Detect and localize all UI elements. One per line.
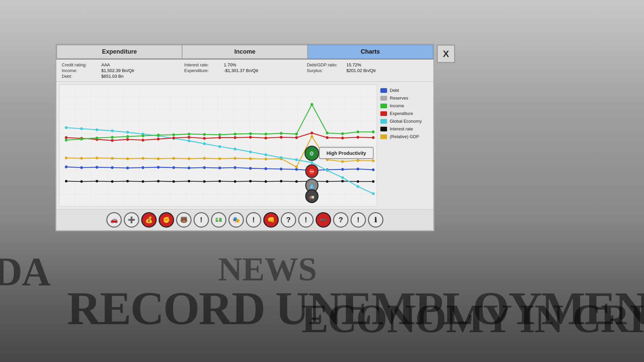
tab-income[interactable]: Income — [182, 45, 308, 59]
svg-point-77 — [249, 150, 252, 154]
svg-point-46 — [96, 157, 98, 160]
svg-point-8 — [157, 166, 160, 169]
svg-point-44 — [65, 157, 67, 160]
svg-point-28 — [142, 180, 144, 183]
svg-point-35 — [249, 180, 252, 182]
event-icon-4[interactable]: 🐻 — [176, 212, 192, 228]
event-icon-10[interactable]: ? — [281, 212, 296, 228]
svg-point-42 — [357, 180, 359, 183]
svg-point-126 — [357, 130, 359, 133]
svg-point-107 — [65, 139, 67, 142]
svg-point-57 — [264, 158, 267, 161]
legend-color-debt — [380, 88, 387, 93]
svg-point-22 — [372, 168, 375, 171]
event-icon-6[interactable]: 💵 — [211, 212, 226, 228]
svg-point-32 — [203, 180, 206, 183]
news-headline-4: NEWS — [218, 250, 317, 288]
svg-point-109 — [96, 136, 98, 139]
svg-text:⛔: ⛔ — [309, 169, 315, 175]
svg-point-91 — [142, 139, 144, 142]
legend-color-interest-rate — [380, 127, 387, 131]
svg-point-14 — [249, 167, 252, 170]
stats-middle: Interest rate: 1.70% Expenditure: -$1,30… — [184, 62, 305, 79]
svg-point-112 — [142, 134, 144, 137]
svg-point-125 — [341, 132, 344, 135]
svg-point-124 — [326, 131, 328, 134]
svg-point-64 — [372, 160, 375, 163]
stats-right: Debt/GDP ratio: 15.72% Surplus: $201.02 … — [307, 62, 428, 79]
svg-point-89 — [111, 139, 114, 142]
legend-reserves: Reserves — [380, 96, 427, 101]
svg-point-3 — [80, 166, 83, 169]
event-icon-11[interactable]: ! — [298, 212, 314, 228]
svg-point-122 — [295, 133, 298, 136]
event-icon-15[interactable]: ℹ — [368, 212, 383, 228]
tab-bar: Expenditure Income Charts — [56, 45, 433, 60]
svg-point-90 — [126, 138, 129, 141]
svg-point-43 — [372, 180, 374, 183]
svg-point-75 — [218, 145, 221, 148]
event-icon-5[interactable]: ! — [194, 212, 209, 228]
svg-point-20 — [341, 168, 344, 171]
svg-text:High Productivity: High Productivity — [327, 150, 367, 156]
svg-point-115 — [187, 133, 190, 136]
event-icon-13[interactable]: ? — [333, 212, 348, 228]
svg-point-66 — [80, 127, 83, 130]
svg-point-80 — [295, 158, 298, 161]
event-icon-1[interactable]: ➕ — [124, 212, 139, 228]
event-icon-7[interactable]: 🎭 — [228, 212, 244, 228]
svg-point-54 — [218, 157, 221, 160]
svg-text:🚛: 🚛 — [309, 194, 315, 199]
legend-expenditure: Expenditure — [380, 111, 427, 116]
tab-expenditure[interactable]: Expenditure — [56, 45, 182, 59]
svg-point-52 — [187, 157, 190, 160]
main-modal: Expenditure Income Charts X Credit ratin… — [55, 44, 434, 231]
svg-point-53 — [203, 157, 206, 160]
svg-point-29 — [157, 180, 159, 182]
svg-point-92 — [157, 138, 160, 141]
svg-point-33 — [219, 180, 221, 182]
svg-point-9 — [172, 166, 175, 169]
close-button[interactable]: X — [437, 45, 455, 63]
svg-point-82 — [326, 169, 328, 172]
svg-point-36 — [265, 180, 267, 183]
svg-point-105 — [357, 136, 359, 139]
legend-color-gdp — [380, 134, 387, 139]
svg-point-38 — [295, 180, 298, 183]
svg-point-63 — [357, 159, 359, 162]
chart-legend: Debt Reserves Income Expenditure Global … — [377, 84, 431, 206]
svg-point-31 — [188, 180, 190, 182]
svg-point-98 — [249, 136, 252, 139]
event-icon-0[interactable]: 🚗 — [106, 212, 122, 228]
event-icon-2[interactable]: 💰 — [141, 212, 157, 228]
svg-point-117 — [218, 133, 221, 136]
event-icon-8[interactable]: ! — [246, 212, 261, 228]
svg-point-47 — [111, 157, 114, 160]
svg-point-127 — [372, 130, 375, 133]
svg-point-34 — [234, 180, 236, 183]
svg-point-106 — [372, 136, 375, 139]
svg-point-119 — [249, 132, 252, 135]
news-headline-1: DA — [0, 249, 50, 295]
svg-point-79 — [280, 156, 282, 159]
event-icon-14[interactable]: ! — [351, 212, 366, 228]
tab-charts[interactable]: Charts — [308, 45, 433, 59]
event-icon-3[interactable]: ✊ — [159, 212, 174, 228]
svg-point-78 — [264, 153, 267, 156]
svg-point-6 — [126, 167, 129, 170]
svg-point-103 — [326, 136, 328, 139]
legend-color-expenditure — [380, 111, 387, 116]
svg-point-94 — [187, 136, 190, 139]
svg-point-76 — [234, 147, 236, 150]
svg-point-55 — [234, 157, 236, 160]
event-icon-12[interactable]: ➖ — [316, 212, 331, 228]
svg-point-102 — [311, 131, 313, 134]
svg-point-4 — [96, 166, 98, 169]
legend-color-income — [380, 104, 387, 108]
legend-debt: Debt — [380, 88, 427, 93]
stats-bar: Credit rating: AAA Income: $1,502.39 Bn/… — [56, 60, 433, 82]
svg-point-24 — [80, 180, 83, 183]
svg-point-95 — [203, 137, 206, 140]
event-icon-9[interactable]: 👊 — [263, 212, 279, 228]
svg-point-16 — [280, 168, 282, 171]
